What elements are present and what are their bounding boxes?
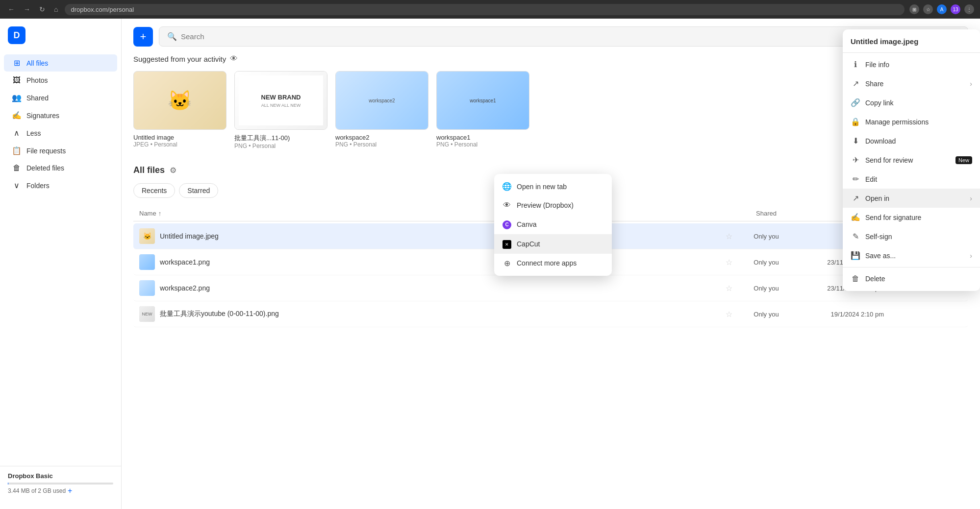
sidebar-bottom: Dropbox Basic 3.44 MB of 2 GB used + (0, 466, 121, 501)
sidebar-item-file-requests[interactable]: 📋 File requests (4, 142, 117, 159)
sidebar-label-deleted-files: Deleted files (26, 164, 64, 172)
file-star-bulk-tool[interactable]: ☆ (721, 310, 737, 319)
sidebar-item-shared[interactable]: 👥 Shared (4, 89, 117, 106)
sidebar-item-signatures[interactable]: ✍ Signatures (4, 107, 117, 124)
bookmark-icon[interactable]: ☆ (923, 4, 933, 14)
save-as-icon: 💾 (851, 251, 860, 260)
thumbnail-title-ws1: workspace1 (436, 134, 529, 141)
thumb-brand: NEW BRAND ALL NEW ALL NEW (235, 72, 327, 129)
thumbnail-img-ws1: workspace1 (436, 71, 529, 130)
file-shared-workspace2: Only you (737, 285, 796, 292)
ctx-open-new-tab[interactable]: 🌐 Open in new tab (494, 177, 612, 196)
col-name-header[interactable]: Name ↑ (139, 210, 737, 217)
browser-toolbar: ⊞ ☆ A 13 ⋮ (909, 4, 974, 14)
signatures-icon: ✍ (12, 111, 22, 120)
tab-starred[interactable]: Starred (179, 183, 218, 198)
sidebar-item-all-files[interactable]: ⊞ All files (4, 54, 117, 72)
thumbnail-meta-untitled: JPEG • Personal (133, 141, 226, 148)
sidebar-item-folders[interactable]: ∨ Folders (4, 177, 117, 194)
open-new-tab-icon: 🌐 (502, 182, 512, 191)
open-in-icon: ↗ (851, 194, 860, 203)
app-container: D ⊞ All files 🖼 Photos 👥 Shared ✍ Signat… (0, 19, 980, 509)
sidebar-item-less[interactable]: ∧ Less (4, 124, 117, 142)
file-star-untitled[interactable]: ☆ (721, 232, 737, 241)
forward-button[interactable]: → (22, 3, 32, 15)
url-text: dropbox.com/personal (71, 6, 134, 13)
back-button[interactable]: ← (6, 3, 17, 15)
file-modified-bulk-tool: 19/1/2024 2:10 pm (796, 311, 884, 318)
ctx-file-info[interactable]: ℹ File info (843, 55, 980, 74)
share-icon: ↗ (851, 79, 860, 88)
more-browser-icon[interactable]: ⋮ (964, 4, 974, 14)
ctx-manage-perms[interactable]: 🔒 Manage permissions (843, 112, 980, 131)
tab-recents[interactable]: Recents (133, 183, 175, 198)
download-icon: ⬇ (851, 136, 860, 145)
ctx-copy-link[interactable]: 🔗 Copy link (843, 93, 980, 112)
thumbnail-meta-ws2: PNG • Personal (335, 141, 428, 148)
thumbnail-title-bulk: 批量工具演...11-00) (234, 134, 327, 143)
thumb-workspace2: workspace2 (336, 72, 428, 129)
sidebar-item-photos[interactable]: 🖼 Photos (4, 72, 117, 89)
file-name-workspace2: workspace2.png (160, 284, 721, 292)
file-star-workspace1[interactable]: ☆ (721, 258, 737, 267)
profile-icon-purple[interactable]: 13 (951, 4, 960, 14)
thumbnail-card-bulk[interactable]: NEW BRAND ALL NEW ALL NEW 批量工具演...11-00)… (234, 71, 327, 149)
ctx-self-sign[interactable]: ✎ Self-sign (843, 227, 980, 246)
sidebar-label-file-requests: File requests (26, 147, 66, 155)
extensions-icon[interactable]: ⊞ (909, 4, 919, 14)
ctx-preview-dropbox[interactable]: 👁 Preview (Dropbox) (494, 196, 612, 215)
file-info-icon: ℹ (851, 60, 860, 69)
sidebar-label-signatures: Signatures (26, 112, 59, 120)
file-shared-bulk-tool: Only you (737, 311, 796, 318)
home-button[interactable]: ⌂ (52, 3, 60, 15)
suggested-title: Suggested from your activity (133, 55, 226, 63)
suggested-eye-icon[interactable]: 👁 (230, 54, 238, 63)
send-review-icon: ✈ (851, 155, 860, 165)
sidebar-label-folders: Folders (26, 182, 50, 190)
open-in-submenu: 🌐 Open in new tab 👁 Preview (Dropbox) C … (494, 174, 612, 276)
new-button[interactable]: + (133, 27, 153, 47)
file-name-workspace1: workspace1.png (160, 258, 721, 266)
ctx-capcut[interactable]: ✕ CapCut (494, 234, 612, 254)
ctx-manage-perms-label: Manage permissions (865, 118, 972, 126)
ctx-send-signature[interactable]: ✍ Send for signature (843, 208, 980, 227)
ctx-save-as[interactable]: 💾 Save as... › (843, 246, 980, 265)
thumbnail-card-ws2[interactable]: workspace2 workspace2 PNG • Personal (335, 71, 428, 149)
thumbnail-card-ws1[interactable]: workspace1 workspace1 PNG • Personal (436, 71, 529, 149)
preview-dropbox-icon: 👁 (502, 201, 512, 210)
ctx-connect-more[interactable]: ⊕ Connect more apps (494, 254, 612, 273)
ctx-edit[interactable]: ✏ Edit (843, 170, 980, 189)
thumbnail-card-untitled[interactable]: Untitled image JPEG • Personal (133, 71, 226, 149)
file-star-workspace2[interactable]: ☆ (721, 284, 737, 293)
ctx-delete[interactable]: 🗑 Delete (843, 269, 980, 288)
ctx-save-as-label: Save as... (865, 252, 965, 260)
ctx-download[interactable]: ⬇ Download (843, 131, 980, 150)
add-storage-button[interactable]: + (68, 486, 72, 495)
sidebar-item-deleted-files[interactable]: 🗑 Deleted files (4, 160, 117, 176)
reload-button[interactable]: ↻ (37, 3, 47, 15)
canva-icon: C (502, 219, 512, 229)
ctx-canva[interactable]: C Canva (494, 215, 612, 234)
dropbox-logo-icon: D (8, 26, 25, 44)
send-review-badge: New (955, 156, 972, 164)
col-shared-header: Shared (737, 210, 796, 217)
thumbnail-meta-bulk: PNG • Personal (234, 143, 327, 149)
capcut-icon: ✕ (502, 239, 512, 249)
ctx-share[interactable]: ↗ Share › (843, 74, 980, 93)
search-icon: 🔍 (167, 32, 177, 41)
ctx-send-review[interactable]: ✈ Send for review New (843, 150, 980, 170)
thumb-workspace1: workspace1 (437, 72, 529, 129)
sidebar-logo: D (0, 26, 121, 54)
ctx-open-in[interactable]: ↗ Open in › (843, 189, 980, 208)
ctx-share-label: Share (865, 80, 965, 88)
sidebar-label-shared: Shared (26, 94, 49, 102)
sidebar-label-all-files: All files (26, 59, 48, 67)
ctx-connect-more-label: Connect more apps (517, 259, 604, 267)
file-row-bulk-tool[interactable]: NEW 批量工具演示youtube (0-00-11-00).png ☆ Onl… (133, 301, 968, 327)
share-arrow-icon: › (970, 80, 972, 88)
delete-icon: 🗑 (851, 274, 860, 283)
url-bar[interactable]: dropbox.com/personal (65, 4, 905, 15)
storage-text: 3.44 MB of 2 GB used + (8, 486, 113, 495)
all-files-settings-icon[interactable]: ⚙ (170, 166, 176, 175)
profile-icon-blue[interactable]: A (937, 4, 947, 14)
